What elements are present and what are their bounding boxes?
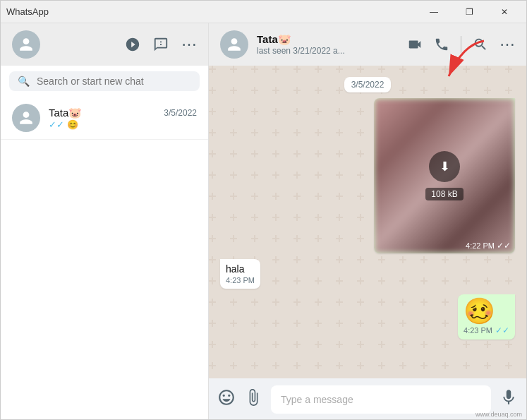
chat-name-row: Tata🐷 3/5/2022 xyxy=(49,107,197,119)
emoji-content: 🥴 xyxy=(464,299,509,324)
chat-header-icons: ⋯ xyxy=(407,35,515,54)
chat-avatar[interactable] xyxy=(220,30,248,59)
close-button[interactable]: ✕ xyxy=(488,1,521,23)
chat-preview: ✓✓ 😊 xyxy=(49,119,197,130)
media-overlay: ⬇ 108 kB xyxy=(374,98,515,253)
chat-preview-emoji: 😊 xyxy=(67,119,78,130)
video-call-icon[interactable] xyxy=(407,37,423,52)
chat-menu-icon[interactable]: ⋯ xyxy=(499,35,515,54)
status-icon[interactable] xyxy=(125,37,140,52)
message-input[interactable]: Type a message xyxy=(271,385,491,414)
chat-time: 3/5/2022 xyxy=(164,108,197,118)
search-icon: 🔍 xyxy=(18,76,30,87)
title-bar-left: WhatsApp xyxy=(6,6,49,17)
watermark: www.deuaq.com xyxy=(475,411,522,418)
left-panel: ⋯ 🔍 Tata🐷 3/5/2022 xyxy=(1,23,209,420)
download-button[interactable]: ⬇ xyxy=(429,151,460,182)
chat-list: Tata🐷 3/5/2022 ✓✓ 😊 xyxy=(1,97,208,420)
emoji-meta: 4:23 PM ✓✓ xyxy=(464,325,509,335)
outgoing-emoji-message: 🥴 4:23 PM ✓✓ xyxy=(458,294,515,340)
attach-icon[interactable] xyxy=(244,388,262,411)
date-text: 3/5/2022 xyxy=(351,80,384,90)
chat-header: Tata🐷 last seen 3/21/2022 a... ⋯ xyxy=(209,23,526,66)
search-bar: 🔍 xyxy=(1,66,208,97)
title-bar-controls: — ❐ ✕ xyxy=(418,1,521,23)
my-avatar[interactable] xyxy=(12,30,40,59)
chat-contact-name: Tata🐷 xyxy=(257,33,345,46)
chat-header-info: Tata🐷 last seen 3/21/2022 a... xyxy=(257,33,345,56)
message-time: 4:23 PM xyxy=(226,276,255,284)
message-placeholder: Type a message xyxy=(281,394,353,405)
media-size-text: 108 kB xyxy=(431,189,457,199)
media-time: 4:22 PM xyxy=(466,241,495,250)
app-title: WhatsApp xyxy=(6,6,49,17)
emoji-picker-icon[interactable] xyxy=(217,388,236,411)
check-icon: ✓✓ xyxy=(49,119,64,130)
chat-item[interactable]: Tata🐷 3/5/2022 ✓✓ 😊 xyxy=(1,97,208,140)
menu-icon-left[interactable]: ⋯ xyxy=(181,35,197,54)
app-container: ⋯ 🔍 Tata🐷 3/5/2022 xyxy=(1,23,526,420)
search-input-wrapper[interactable]: 🔍 xyxy=(9,71,200,91)
title-bar: WhatsApp — ❐ ✕ xyxy=(1,1,526,23)
emoji-time: 4:23 PM xyxy=(464,326,492,335)
contact-avatar xyxy=(12,104,40,132)
media-size: 108 kB xyxy=(425,188,463,200)
chat-name: Tata🐷 xyxy=(49,107,82,119)
left-header: ⋯ xyxy=(1,23,208,66)
chat-info: Tata🐷 3/5/2022 ✓✓ 😊 xyxy=(49,107,197,130)
mic-icon[interactable] xyxy=(499,388,518,411)
maximize-button[interactable]: ❐ xyxy=(453,1,485,23)
chat-header-left: Tata🐷 last seen 3/21/2022 a... xyxy=(220,30,345,59)
media-message[interactable]: ⬇ 108 kB 4:22 PM ✓✓ xyxy=(374,98,515,253)
media-check: ✓✓ xyxy=(497,241,511,251)
chat-search-icon[interactable] xyxy=(473,37,488,52)
message-meta: 4:23 PM xyxy=(226,276,255,284)
search-input[interactable] xyxy=(37,76,191,87)
date-badge: 3/5/2022 xyxy=(344,77,392,92)
right-panel: Tata🐷 last seen 3/21/2022 a... ⋯ xyxy=(209,23,526,420)
chat-status: last seen 3/21/2022 a... xyxy=(257,46,345,56)
incoming-message: hala 4:23 PM xyxy=(220,259,260,289)
voice-call-icon[interactable] xyxy=(434,37,449,52)
left-header-icons: ⋯ xyxy=(125,35,197,54)
emoji-check: ✓✓ xyxy=(495,325,509,335)
minimize-button[interactable]: — xyxy=(418,1,450,23)
media-meta: 4:22 PM ✓✓ xyxy=(466,241,511,251)
header-divider xyxy=(461,36,461,53)
new-chat-icon[interactable] xyxy=(153,37,169,52)
message-text: hala xyxy=(226,263,255,275)
messages-area: 3/5/2022 ⬇ 108 kB 4:22 P xyxy=(209,66,526,378)
